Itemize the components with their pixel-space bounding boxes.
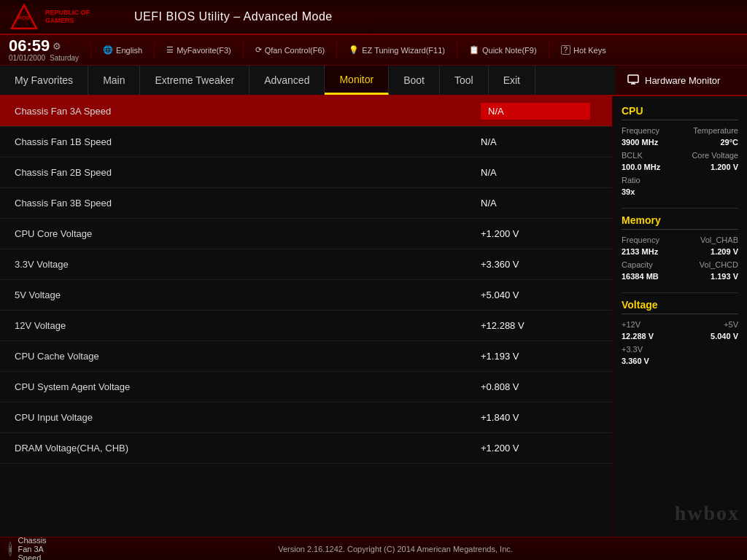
nav-item-tool[interactable]: Tool [440,66,489,95]
statusbar-left: i Chassis Fan 3A Speed [0,536,44,561]
cpu-temp-label: Temperature [693,126,738,135]
qfan-button[interactable]: ⟳ Qfan Control(F6) [249,42,331,58]
volt-12-value: 12.288 V [622,332,654,341]
row-label: Chassis Fan 2B Speed [15,167,481,178]
mem-freq-val-row: 2133 MHz 1.209 V [622,247,738,256]
qfan-label: Qfan Control(F6) [265,46,325,55]
table-row[interactable]: Chassis Fan 1B SpeedN/A [0,127,612,158]
nav-item-exit[interactable]: Exit [489,66,535,95]
divider-2 [154,42,155,59]
volt-12-5-row: +12V +5V [622,320,738,329]
volt-5-label: +5V [724,320,738,329]
volt-33-value: 3.360 V [622,357,649,365]
nav-item-boot[interactable]: Boot [389,66,440,95]
mem-cap-value: 16384 MB [622,272,659,281]
info-icon: i [9,542,12,556]
sidebar-divider-1 [622,208,738,209]
memory-section-title: Memory [622,214,738,230]
datetime-display: 06:59 ⚙ 01/01/2000 Saturday [9,38,79,62]
table-row[interactable]: CPU Input Voltage+1.840 V [0,402,612,433]
nav-item-main[interactable]: Main [88,66,140,95]
cpu-freq-row: Frequency Temperature [622,126,738,135]
toolbar: 06:59 ⚙ 01/01/2000 Saturday 🌐 English ☰ … [0,35,747,66]
table-row[interactable]: Chassis Fan 3B SpeedN/A [0,188,612,219]
nav-item-favorites[interactable]: My Favorites [0,66,88,95]
myfavorite-button[interactable]: ☰ MyFavorite(F3) [160,42,237,58]
divider-3 [243,42,244,59]
myfav-icon: ☰ [166,45,174,55]
hotkeys-button[interactable]: ? Hot Keys [555,42,612,58]
header: ROG REPUBLIC OF GAMERS UEFI BIOS Utility… [0,0,747,35]
monitor-icon [627,74,640,87]
eztuning-button[interactable]: 💡 EZ Tuning Wizard(F11) [343,42,451,58]
row-value: +0.808 V [481,381,597,392]
settings-gear-icon[interactable]: ⚙ [53,41,61,52]
row-value: N/A [481,198,597,209]
language-label: English [116,46,142,55]
volt-33-val-row: 3.360 V [622,357,738,365]
volt-12-5-val-row: 12.288 V 5.040 V [622,332,738,341]
row-label: CPU Cache Voltage [15,351,481,362]
cpu-ratio-label: Ratio [622,176,640,184]
language-button[interactable]: 🌐 English [97,42,148,58]
hardware-monitor-header: Hardware Monitor [616,66,747,95]
rog-tagline: REPUBLIC OF GAMERS [45,9,90,25]
rog-logo: ROG [9,4,39,30]
volt-33-label: +3.3V [622,345,643,354]
monitor-table[interactable]: Chassis Fan 3A SpeedN/AChassis Fan 1B Sp… [0,96,612,537]
cpu-bclk-val-row: 100.0 MHz 1.200 V [622,163,738,171]
quicknote-label: Quick Note(F9) [482,46,537,55]
table-row[interactable]: 5V Voltage+5.040 V [0,280,612,311]
volt-5-value: 5.040 V [711,332,738,341]
row-value: +1.200 V [481,228,597,239]
table-row[interactable]: 3.3V Voltage+3.360 V [0,249,612,280]
row-value: +12.288 V [481,320,597,331]
watermark: hwbox [675,502,740,525]
mem-volchcd-value: 1.193 V [711,272,738,281]
table-row[interactable]: CPU System Agent Voltage+0.808 V [0,372,612,402]
quicknote-button[interactable]: 📋 Quick Note(F9) [463,42,543,58]
cpu-section-title: CPU [622,105,738,120]
volt-12-label: +12V [622,320,640,329]
divider-6 [549,42,549,59]
cpu-temp-value: 29°C [720,138,738,147]
cpu-bclk-label: BCLK [622,151,643,160]
cpu-ratio-value: 39x [622,187,635,196]
nav-item-advanced[interactable]: Advanced [249,66,325,95]
cpu-bclk-row: BCLK Core Voltage [622,151,738,160]
nav-item-monitor[interactable]: Monitor [325,66,389,95]
selected-item-label: Chassis Fan 3A Speed [18,536,46,561]
row-label: Chassis Fan 3B Speed [15,198,481,209]
mem-volchab-label: Vol_CHAB [700,236,738,244]
row-value: N/A [481,167,597,178]
table-row[interactable]: DRAM Voltage(CHA, CHB)+1.200 V [0,433,612,464]
row-label: 5V Voltage [15,289,481,300]
memory-section: Memory Frequency Vol_CHAB 2133 MHz 1.209… [622,214,738,281]
cpu-ratio-row: Ratio [622,176,738,184]
row-value: +1.200 V [481,443,597,454]
date-display: 01/01/2000 [9,54,45,62]
cpu-section: CPU Frequency Temperature 3900 MHz 29°C … [622,105,738,196]
voltage-section: Voltage +12V +5V 12.288 V 5.040 V +3.3V … [622,299,738,365]
voltage-section-title: Voltage [622,299,738,314]
hotkeys-label: Hot Keys [573,46,606,55]
volt-33-row: +3.3V [622,345,738,354]
row-label: DRAM Voltage(CHA, CHB) [15,443,481,454]
status-bar: i Chassis Fan 3A Speed Version 2.16.1242… [0,537,747,560]
day-display: Saturday [50,54,79,62]
table-row[interactable]: 12V Voltage+12.288 V [0,311,612,341]
row-value: +5.040 V [481,289,597,300]
table-row[interactable]: Chassis Fan 2B SpeedN/A [0,158,612,188]
table-row[interactable]: Chassis Fan 3A SpeedN/A [0,96,612,127]
mem-freq-label: Frequency [622,236,659,244]
table-row[interactable]: CPU Cache Voltage+1.193 V [0,341,612,372]
nav-bar: My Favorites Main Extreme Tweaker Advanc… [0,66,747,96]
mem-freq-row: Frequency Vol_CHAB [622,236,738,244]
qfan-icon: ⟳ [255,45,262,55]
row-label: Chassis Fan 1B Speed [15,136,481,147]
row-label: 12V Voltage [15,320,481,331]
divider-4 [336,42,337,59]
table-row[interactable]: CPU Core Voltage+1.200 V [0,219,612,249]
nav-item-extreme-tweaker[interactable]: Extreme Tweaker [140,66,249,95]
svg-rect-2 [628,75,638,82]
